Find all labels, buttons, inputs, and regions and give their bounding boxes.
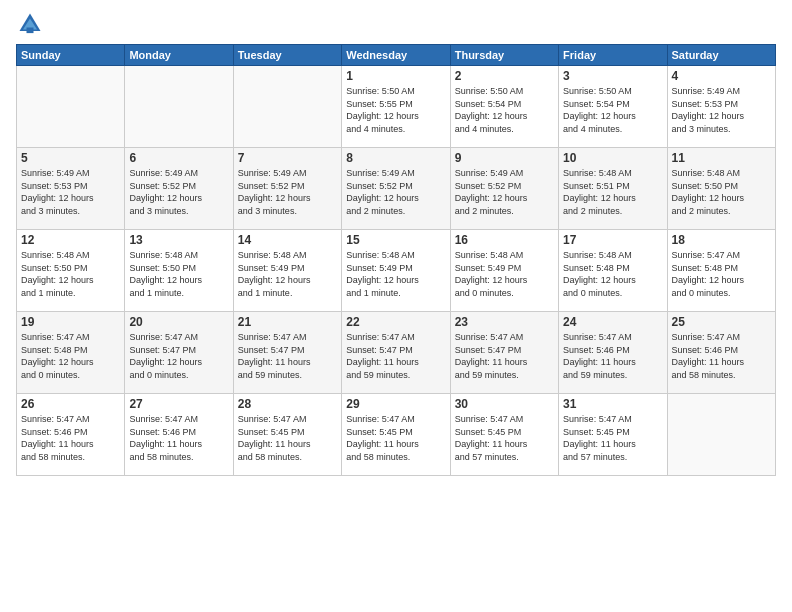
week-row-4: 19Sunrise: 5:47 AM Sunset: 5:48 PM Dayli… [17, 312, 776, 394]
weekday-header-saturday: Saturday [667, 45, 775, 66]
day-info: Sunrise: 5:50 AM Sunset: 5:55 PM Dayligh… [346, 85, 445, 135]
day-info: Sunrise: 5:47 AM Sunset: 5:47 PM Dayligh… [455, 331, 554, 381]
day-cell-15: 15Sunrise: 5:48 AM Sunset: 5:49 PM Dayli… [342, 230, 450, 312]
weekday-header-wednesday: Wednesday [342, 45, 450, 66]
day-info: Sunrise: 5:47 AM Sunset: 5:45 PM Dayligh… [563, 413, 662, 463]
day-number: 30 [455, 397, 554, 411]
day-info: Sunrise: 5:47 AM Sunset: 5:47 PM Dayligh… [238, 331, 337, 381]
day-cell-13: 13Sunrise: 5:48 AM Sunset: 5:50 PM Dayli… [125, 230, 233, 312]
day-cell-22: 22Sunrise: 5:47 AM Sunset: 5:47 PM Dayli… [342, 312, 450, 394]
day-number: 28 [238, 397, 337, 411]
day-cell-18: 18Sunrise: 5:47 AM Sunset: 5:48 PM Dayli… [667, 230, 775, 312]
day-number: 9 [455, 151, 554, 165]
day-cell-20: 20Sunrise: 5:47 AM Sunset: 5:47 PM Dayli… [125, 312, 233, 394]
day-info: Sunrise: 5:47 AM Sunset: 5:45 PM Dayligh… [346, 413, 445, 463]
calendar-body: 1Sunrise: 5:50 AM Sunset: 5:55 PM Daylig… [17, 66, 776, 476]
logo [16, 10, 48, 38]
day-cell-26: 26Sunrise: 5:47 AM Sunset: 5:46 PM Dayli… [17, 394, 125, 476]
calendar-table: SundayMondayTuesdayWednesdayThursdayFrid… [16, 44, 776, 476]
week-row-1: 1Sunrise: 5:50 AM Sunset: 5:55 PM Daylig… [17, 66, 776, 148]
day-number: 18 [672, 233, 771, 247]
day-number: 20 [129, 315, 228, 329]
day-number: 4 [672, 69, 771, 83]
day-info: Sunrise: 5:47 AM Sunset: 5:46 PM Dayligh… [21, 413, 120, 463]
day-info: Sunrise: 5:48 AM Sunset: 5:49 PM Dayligh… [238, 249, 337, 299]
day-cell-11: 11Sunrise: 5:48 AM Sunset: 5:50 PM Dayli… [667, 148, 775, 230]
day-info: Sunrise: 5:49 AM Sunset: 5:52 PM Dayligh… [346, 167, 445, 217]
day-number: 29 [346, 397, 445, 411]
day-number: 25 [672, 315, 771, 329]
day-number: 10 [563, 151, 662, 165]
day-cell-19: 19Sunrise: 5:47 AM Sunset: 5:48 PM Dayli… [17, 312, 125, 394]
page-container: SundayMondayTuesdayWednesdayThursdayFrid… [0, 0, 792, 486]
day-cell-16: 16Sunrise: 5:48 AM Sunset: 5:49 PM Dayli… [450, 230, 558, 312]
day-number: 7 [238, 151, 337, 165]
day-cell-10: 10Sunrise: 5:48 AM Sunset: 5:51 PM Dayli… [559, 148, 667, 230]
calendar-header: SundayMondayTuesdayWednesdayThursdayFrid… [17, 45, 776, 66]
day-info: Sunrise: 5:48 AM Sunset: 5:50 PM Dayligh… [672, 167, 771, 217]
weekday-header-tuesday: Tuesday [233, 45, 341, 66]
day-info: Sunrise: 5:49 AM Sunset: 5:53 PM Dayligh… [21, 167, 120, 217]
day-cell-2: 2Sunrise: 5:50 AM Sunset: 5:54 PM Daylig… [450, 66, 558, 148]
day-cell-28: 28Sunrise: 5:47 AM Sunset: 5:45 PM Dayli… [233, 394, 341, 476]
day-info: Sunrise: 5:49 AM Sunset: 5:53 PM Dayligh… [672, 85, 771, 135]
empty-cell [667, 394, 775, 476]
day-cell-1: 1Sunrise: 5:50 AM Sunset: 5:55 PM Daylig… [342, 66, 450, 148]
day-cell-14: 14Sunrise: 5:48 AM Sunset: 5:49 PM Dayli… [233, 230, 341, 312]
weekday-header-friday: Friday [559, 45, 667, 66]
day-cell-30: 30Sunrise: 5:47 AM Sunset: 5:45 PM Dayli… [450, 394, 558, 476]
day-info: Sunrise: 5:50 AM Sunset: 5:54 PM Dayligh… [563, 85, 662, 135]
day-number: 16 [455, 233, 554, 247]
day-cell-24: 24Sunrise: 5:47 AM Sunset: 5:46 PM Dayli… [559, 312, 667, 394]
day-cell-4: 4Sunrise: 5:49 AM Sunset: 5:53 PM Daylig… [667, 66, 775, 148]
day-info: Sunrise: 5:48 AM Sunset: 5:50 PM Dayligh… [129, 249, 228, 299]
week-row-2: 5Sunrise: 5:49 AM Sunset: 5:53 PM Daylig… [17, 148, 776, 230]
day-cell-29: 29Sunrise: 5:47 AM Sunset: 5:45 PM Dayli… [342, 394, 450, 476]
day-number: 1 [346, 69, 445, 83]
week-row-5: 26Sunrise: 5:47 AM Sunset: 5:46 PM Dayli… [17, 394, 776, 476]
day-info: Sunrise: 5:47 AM Sunset: 5:46 PM Dayligh… [129, 413, 228, 463]
day-number: 2 [455, 69, 554, 83]
day-cell-21: 21Sunrise: 5:47 AM Sunset: 5:47 PM Dayli… [233, 312, 341, 394]
empty-cell [125, 66, 233, 148]
day-cell-8: 8Sunrise: 5:49 AM Sunset: 5:52 PM Daylig… [342, 148, 450, 230]
day-info: Sunrise: 5:47 AM Sunset: 5:47 PM Dayligh… [129, 331, 228, 381]
day-number: 17 [563, 233, 662, 247]
day-cell-5: 5Sunrise: 5:49 AM Sunset: 5:53 PM Daylig… [17, 148, 125, 230]
day-number: 31 [563, 397, 662, 411]
day-cell-31: 31Sunrise: 5:47 AM Sunset: 5:45 PM Dayli… [559, 394, 667, 476]
day-info: Sunrise: 5:47 AM Sunset: 5:46 PM Dayligh… [563, 331, 662, 381]
day-number: 22 [346, 315, 445, 329]
page-header [16, 10, 776, 38]
day-number: 19 [21, 315, 120, 329]
day-info: Sunrise: 5:50 AM Sunset: 5:54 PM Dayligh… [455, 85, 554, 135]
weekday-header-row: SundayMondayTuesdayWednesdayThursdayFrid… [17, 45, 776, 66]
day-info: Sunrise: 5:48 AM Sunset: 5:49 PM Dayligh… [455, 249, 554, 299]
day-info: Sunrise: 5:47 AM Sunset: 5:48 PM Dayligh… [672, 249, 771, 299]
day-number: 5 [21, 151, 120, 165]
day-info: Sunrise: 5:47 AM Sunset: 5:46 PM Dayligh… [672, 331, 771, 381]
day-info: Sunrise: 5:48 AM Sunset: 5:49 PM Dayligh… [346, 249, 445, 299]
day-number: 21 [238, 315, 337, 329]
empty-cell [233, 66, 341, 148]
day-cell-25: 25Sunrise: 5:47 AM Sunset: 5:46 PM Dayli… [667, 312, 775, 394]
day-number: 15 [346, 233, 445, 247]
day-number: 23 [455, 315, 554, 329]
day-number: 24 [563, 315, 662, 329]
week-row-3: 12Sunrise: 5:48 AM Sunset: 5:50 PM Dayli… [17, 230, 776, 312]
day-info: Sunrise: 5:47 AM Sunset: 5:45 PM Dayligh… [238, 413, 337, 463]
day-number: 6 [129, 151, 228, 165]
day-info: Sunrise: 5:47 AM Sunset: 5:48 PM Dayligh… [21, 331, 120, 381]
empty-cell [17, 66, 125, 148]
day-info: Sunrise: 5:48 AM Sunset: 5:48 PM Dayligh… [563, 249, 662, 299]
day-cell-7: 7Sunrise: 5:49 AM Sunset: 5:52 PM Daylig… [233, 148, 341, 230]
day-info: Sunrise: 5:49 AM Sunset: 5:52 PM Dayligh… [455, 167, 554, 217]
logo-icon [16, 10, 44, 38]
day-info: Sunrise: 5:48 AM Sunset: 5:51 PM Dayligh… [563, 167, 662, 217]
day-number: 14 [238, 233, 337, 247]
day-cell-27: 27Sunrise: 5:47 AM Sunset: 5:46 PM Dayli… [125, 394, 233, 476]
day-number: 3 [563, 69, 662, 83]
day-cell-17: 17Sunrise: 5:48 AM Sunset: 5:48 PM Dayli… [559, 230, 667, 312]
day-number: 11 [672, 151, 771, 165]
day-cell-3: 3Sunrise: 5:50 AM Sunset: 5:54 PM Daylig… [559, 66, 667, 148]
